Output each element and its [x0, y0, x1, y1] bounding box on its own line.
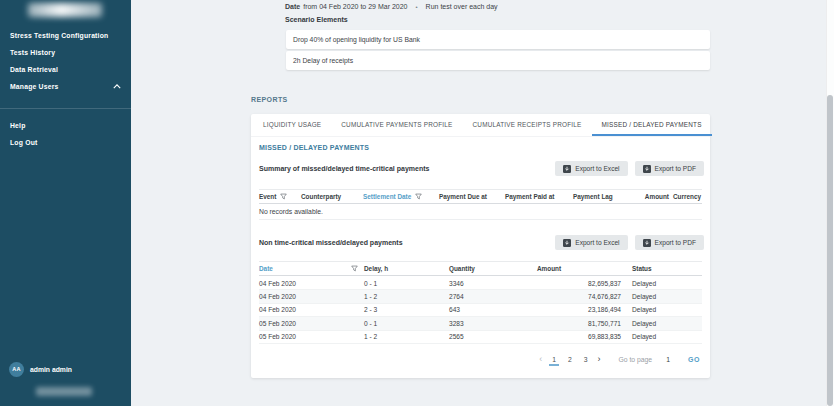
- scrollbar-track: [826, 0, 834, 406]
- export-to-pdf-button[interactable]: Export to PDF: [635, 161, 704, 176]
- cell-date: 04 Feb 2020: [259, 306, 364, 313]
- export-icon: [643, 239, 651, 247]
- column-amount: Amount: [537, 265, 625, 272]
- go-button[interactable]: GO: [688, 356, 700, 363]
- sidebar-item-label: Data Retrieval: [10, 66, 58, 73]
- cell-quantity: 3283: [449, 320, 537, 327]
- scenario-element-label: 2h Delay of receipts: [293, 57, 353, 64]
- sidebar-item-label: Manage Users: [10, 83, 59, 90]
- sidebar-item-help[interactable]: Help: [0, 118, 131, 133]
- tab-liquidity-usage[interactable]: LIQUIDITY USAGE: [253, 114, 331, 136]
- table-row: 05 Feb 2020 0 - 1 3283 81,750,771 Delaye…: [259, 317, 702, 330]
- noncritical-table-body: 04 Feb 2020 0 - 1 3346 82,695,837 Delaye…: [259, 277, 702, 344]
- column-date[interactable]: Date: [259, 265, 364, 272]
- scenario-elements-title: Scenario Elements: [285, 16, 348, 23]
- export-icon: [643, 165, 651, 173]
- table-row: 04 Feb 2020 2 - 3 643 23,186,494 Delayed: [259, 304, 702, 317]
- column-payment-lag: Payment Lag: [573, 193, 631, 200]
- sidebar-item-label: Log Out: [10, 139, 37, 146]
- filter-icon[interactable]: [351, 265, 358, 272]
- column-quantity: Quantity: [449, 265, 537, 272]
- cell-delay: 2 - 3: [364, 306, 449, 313]
- run-mode: Run test over each day: [426, 3, 498, 10]
- table-row: 04 Feb 2020 0 - 1 3346 82,695,837 Delaye…: [259, 277, 702, 290]
- column-delay-h: Delay, h: [364, 265, 449, 272]
- user-profile[interactable]: AA admin admin: [0, 358, 131, 380]
- cell-status: Delayed: [625, 333, 702, 340]
- sidebar-item-stress-testing-configuration[interactable]: Stress Testing Configuration: [0, 28, 131, 43]
- noncritical-section-header: Non time-critical missed/delayed payment…: [259, 234, 704, 251]
- export-to-excel-button[interactable]: Export to Excel: [555, 161, 627, 176]
- cell-delay: 1 - 2: [364, 293, 449, 300]
- export-to-excel-button[interactable]: Export to Excel: [555, 235, 627, 250]
- date-label: Date: [285, 3, 300, 10]
- sidebar-item-log-out[interactable]: Log Out: [0, 135, 131, 150]
- cell-amount: 82,695,837: [537, 280, 625, 287]
- column-event: Event: [259, 193, 301, 200]
- next-page-button[interactable]: ›: [593, 355, 604, 364]
- summary-table-header: Event Counterparty Settlement Date Payme…: [259, 189, 702, 204]
- noncritical-table-header: Date Delay, h Quantity Amount Status: [259, 261, 702, 276]
- sidebar-item-tests-history[interactable]: Tests History: [0, 45, 131, 60]
- cell-delay: 0 - 1: [364, 320, 449, 327]
- scrollbar-thumb[interactable]: [827, 95, 833, 406]
- table-row: 04 Feb 2020 1 - 2 2764 74,676,827 Delaye…: [259, 290, 702, 303]
- cell-amount: 23,186,494: [537, 306, 625, 313]
- column-payment-due-at: Payment Due at: [439, 193, 505, 200]
- user-name: admin admin: [30, 366, 72, 373]
- cell-quantity: 3346: [449, 280, 537, 287]
- go-to-page-label: Go to page: [618, 356, 652, 363]
- cell-status: Delayed: [625, 293, 702, 300]
- cell-status: Delayed: [625, 306, 702, 313]
- previous-page-button[interactable]: ‹: [535, 355, 546, 364]
- reports-card: LIQUIDITY USAGE CUMULATIVE PAYMENTS PROF…: [251, 114, 710, 378]
- summary-section-header: Summary of missed/delayed time-critical …: [259, 160, 704, 177]
- cell-amount: 69,883,835: [537, 333, 625, 340]
- page-button-3[interactable]: 3: [581, 354, 591, 366]
- cell-status: Delayed: [625, 280, 702, 287]
- no-records-message: No records available.: [259, 204, 702, 220]
- cell-amount: 81,750,771: [537, 320, 625, 327]
- filter-icon[interactable]: [415, 193, 422, 200]
- sidebar-item-label: Help: [10, 122, 26, 129]
- export-to-pdf-label: Export to PDF: [655, 165, 696, 172]
- page-button-1[interactable]: 1: [549, 354, 559, 366]
- export-icon: [563, 239, 571, 247]
- cell-status: Delayed: [625, 320, 702, 327]
- column-settlement-date[interactable]: Settlement Date: [363, 193, 439, 200]
- date-range: from 04 Feb 2020 to 29 Mar 2020: [303, 3, 407, 10]
- sidebar-divider: [0, 108, 131, 109]
- noncritical-section-title: Non time-critical missed/delayed payment…: [259, 239, 548, 246]
- tab-cumulative-payments-profile[interactable]: CUMULATIVE PAYMENTS PROFILE: [331, 114, 462, 136]
- scenario-element-item: Drop 40% of opening liquidity for US Ban…: [286, 30, 710, 49]
- report-tabs: LIQUIDITY USAGE CUMULATIVE PAYMENTS PROF…: [251, 114, 710, 137]
- sidebar-item-label: Stress Testing Configuration: [10, 32, 108, 39]
- cell-delay: 1 - 2: [364, 333, 449, 340]
- column-currency: Currency: [673, 193, 702, 200]
- cell-date: 04 Feb 2020: [259, 293, 364, 300]
- tab-missed-delayed-payments[interactable]: MISSED / DELAYED PAYMENTS: [592, 114, 712, 136]
- tab-cumulative-receipts-profile[interactable]: CUMULATIVE RECEIPTS PROFILE: [463, 114, 592, 136]
- column-counterparty: Counterparty: [301, 193, 363, 200]
- export-to-excel-label: Export to Excel: [575, 165, 619, 172]
- cell-date: 05 Feb 2020: [259, 320, 364, 327]
- test-run-summary: Date from 04 Feb 2020 to 29 Mar 2020 • R…: [285, 3, 498, 10]
- page-button-2[interactable]: 2: [565, 354, 575, 366]
- go-to-page-input[interactable]: [660, 356, 676, 363]
- cell-date: 04 Feb 2020: [259, 280, 364, 287]
- table-row: 05 Feb 2020 1 - 2 2565 69,883,835 Delaye…: [259, 331, 702, 344]
- page-title: MISSED / DELAYED PAYMENTS: [259, 144, 369, 151]
- sidebar-item-manage-users[interactable]: Manage Users: [0, 79, 131, 94]
- cell-quantity: 2764: [449, 293, 537, 300]
- sidebar-item-label: Tests History: [10, 49, 55, 56]
- app-logo: [28, 3, 102, 17]
- bullet-separator: •: [415, 4, 417, 10]
- sidebar-item-data-retrieval[interactable]: Data Retrieval: [0, 62, 131, 77]
- export-to-pdf-label: Export to PDF: [655, 239, 696, 246]
- scenario-element-label: Drop 40% of opening liquidity for US Ban…: [293, 36, 420, 43]
- export-to-excel-label: Export to Excel: [575, 239, 619, 246]
- summary-section-title: Summary of missed/delayed time-critical …: [259, 165, 548, 172]
- export-to-pdf-button[interactable]: Export to PDF: [635, 235, 704, 250]
- column-amount: Amount: [631, 193, 673, 200]
- filter-icon[interactable]: [280, 193, 287, 200]
